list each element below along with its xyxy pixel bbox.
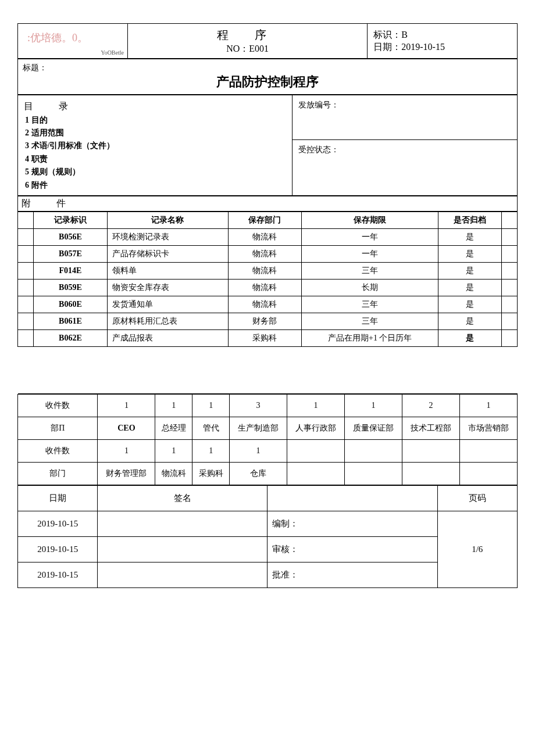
dist-count	[459, 439, 517, 462]
attachments-heading: 附 件	[18, 196, 518, 211]
cell-name: 环境检测记录表	[107, 228, 228, 245]
cell-name: 产品存储标识卡	[107, 245, 228, 262]
toc-item-5: 5 规则（规则）	[25, 167, 80, 176]
dist-dept: 财务管理部	[98, 462, 155, 485]
records-pad-right	[501, 212, 517, 228]
sign-date: 2019-10-15	[18, 536, 98, 562]
cell-dept: 物流科	[228, 228, 302, 245]
doc-no: NO：E001	[131, 43, 363, 55]
records-table: 记录标识 记录名称 保存部门 保存期限 是否归档 B056E 环境检测记录表 物…	[17, 212, 518, 394]
dist-dept: 仓库	[230, 462, 287, 485]
dist-dept	[402, 462, 460, 485]
dist-count: 1	[192, 439, 230, 462]
cell-name: 原材料耗用汇总表	[107, 313, 228, 329]
dist-count-label-1: 收件数	[18, 394, 98, 417]
distribution-table: 收件数 1 1 1 3 1 1 2 1 部Π CEO 总经理 管代 生产制造部 …	[17, 394, 518, 485]
dist-count: 3	[230, 394, 287, 417]
dist-dept: 人事行政部	[287, 417, 345, 439]
col-dept: 保存部门	[228, 212, 302, 228]
issue-no-cell: 发放编号：	[293, 95, 518, 140]
cell-id: F014E	[34, 262, 108, 279]
doc-date: 日期：2019-10-15	[373, 41, 513, 53]
sign-page-header: 页码	[437, 485, 517, 511]
sign-date-header: 日期	[18, 485, 98, 511]
cell-id: B061E	[34, 313, 108, 329]
cell-name: 领料单	[107, 262, 228, 279]
dist-count: 1	[287, 394, 345, 417]
signoff-table: 日期 签名 页码 2019-10-15 编制： 1/6 2019-10-15 审…	[17, 485, 518, 588]
table-row: B061E 原材料耗用汇总表 财务部 三年 是	[18, 313, 518, 329]
sign-role: 批准：	[268, 562, 437, 587]
dist-count: 1	[345, 394, 402, 417]
dist-count: 1	[98, 394, 155, 417]
table-row: B057E 产品存储标识卡 物流科 一年 是	[18, 245, 518, 262]
cell-id: B062E	[34, 329, 108, 346]
cell-name: 产成品报表	[107, 329, 228, 346]
logo-sub: YoOBetle	[22, 49, 124, 56]
dist-count: 1	[459, 394, 517, 417]
cell-dept: 物流科	[228, 296, 302, 313]
dist-count: 1	[230, 439, 287, 462]
table-row: F014E 领料单 物流科 三年 是	[18, 262, 518, 279]
dist-dept-label-1: 部Π	[18, 417, 98, 439]
dist-dept: 技术工程部	[402, 417, 460, 439]
cell-period: 三年	[302, 296, 438, 313]
toc-item-3: 3 术语/引用标准（文件）	[25, 141, 115, 150]
cell-dept: 物流科	[228, 279, 302, 296]
toc-heading: 目 录	[24, 99, 286, 114]
control-state-cell: 受控状态：	[293, 140, 518, 196]
cell-id: B059E	[34, 279, 108, 296]
cell-period: 三年	[302, 313, 438, 329]
dist-dept: 质量保证部	[345, 417, 402, 439]
header-right-cell: 标识：B 日期：2019-10-15	[368, 24, 518, 59]
dist-dept	[459, 462, 517, 485]
dist-dept	[287, 462, 345, 485]
sign-date: 2019-10-15	[18, 562, 98, 587]
dist-dept	[345, 462, 402, 485]
sign-role: 编制：	[268, 511, 437, 536]
issue-no-label: 发放编号：	[298, 101, 339, 109]
col-archive: 是否归档	[438, 212, 502, 228]
dist-count: 1	[155, 439, 192, 462]
cell-archive: 是	[438, 228, 502, 245]
sign-name-cell	[98, 562, 268, 587]
header-mid-cell: 程 序 NO：E001	[127, 24, 367, 59]
dist-count-label-2: 收件数	[18, 439, 98, 462]
dist-dept: 总经理	[155, 417, 192, 439]
main-title: 产品防护控制程序	[23, 73, 512, 91]
cell-id: B057E	[34, 245, 108, 262]
sign-name-cell	[98, 511, 268, 536]
toc-item-1: 1 目的	[25, 116, 48, 124]
cell-dept: 采购科	[228, 329, 302, 346]
dist-dept: 管代	[192, 417, 230, 439]
cell-id: B060E	[34, 296, 108, 313]
dist-dept: CEO	[98, 417, 155, 439]
doc-id: 标识：B	[373, 29, 513, 41]
dist-dept: 市场营销部	[459, 417, 517, 439]
sign-blank-header	[268, 485, 437, 511]
table-row: B060E 发货通知单 物流科 三年 是	[18, 296, 518, 313]
col-period: 保存期限	[302, 212, 438, 228]
col-record-name: 记录名称	[107, 212, 228, 228]
title-table: 标题： 产品防护控制程序	[17, 59, 518, 95]
cell-period: 一年	[302, 245, 438, 262]
dist-dept: 采购科	[192, 462, 230, 485]
cell-dept: 物流科	[228, 245, 302, 262]
dist-count: 2	[402, 394, 460, 417]
toc-item-4: 4 职责	[25, 155, 48, 163]
dist-count	[345, 439, 402, 462]
cell-archive: 是	[438, 313, 502, 329]
logo-main: :优培德。0。	[22, 26, 124, 49]
dist-count: 1	[98, 439, 155, 462]
page-number: 1/6	[437, 511, 517, 587]
cell-period: 三年	[302, 262, 438, 279]
cell-dept: 财务部	[228, 313, 302, 329]
sign-sign-header: 签名	[98, 485, 268, 511]
procedure-label: 程 序	[131, 27, 363, 43]
dist-count	[402, 439, 460, 462]
table-row: B062E 产成品报表 采购科 产品在用期+1 个日历年 是	[18, 329, 518, 346]
title-cell: 标题： 产品防护控制程序	[18, 59, 518, 95]
logo-cell: :优培德。0。 YoOBetle	[18, 24, 128, 59]
cell-archive: 是	[438, 296, 502, 313]
cell-period: 长期	[302, 279, 438, 296]
